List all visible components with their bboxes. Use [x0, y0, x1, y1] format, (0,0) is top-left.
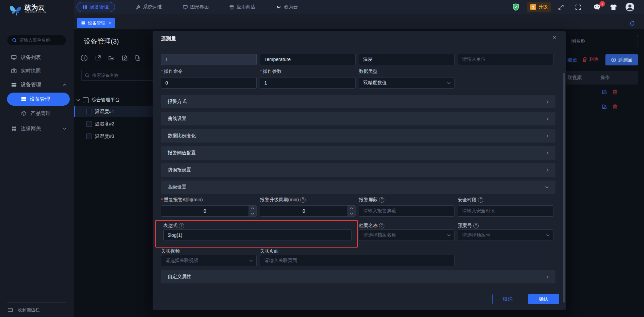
step-up-icon[interactable]	[348, 206, 355, 211]
number-stepper[interactable]	[347, 206, 355, 216]
upgrade-cycle-stepper[interactable]: 0	[260, 205, 356, 217]
section-curve-settings[interactable]: 曲线设置	[161, 112, 555, 125]
checkbox[interactable]	[86, 109, 92, 114]
sidebar-subitem-device-management-active[interactable]: 设备管理	[7, 93, 70, 106]
modal-scrollbar[interactable]	[563, 73, 565, 303]
step-down-icon[interactable]	[249, 211, 256, 217]
nav-item-app-store[interactable]: 应用商店	[229, 0, 255, 14]
upgrade-button[interactable]: 升级	[527, 2, 551, 12]
tab-device-management[interactable]: 设备管理 ×	[77, 18, 115, 28]
expression-field[interactable]: $log(1)	[163, 229, 352, 241]
tree-root-label[interactable]: 综合管理平台	[92, 97, 120, 103]
linked-page-field[interactable]: 请输入关联页面	[260, 255, 454, 266]
sidebar-item-device-list[interactable]: 设备列表	[11, 53, 66, 62]
help-icon[interactable]	[300, 197, 306, 203]
nav-item-ganweiyun[interactable]: 敢为云	[276, 0, 298, 14]
chevron-down-icon	[447, 82, 451, 84]
checkbox[interactable]	[86, 121, 92, 127]
section-label: 报警方式	[168, 99, 186, 105]
frame-capture-icon[interactable]	[575, 4, 581, 10]
section-false-alarm[interactable]: 防误报设置	[161, 163, 555, 177]
alarm-shield-field[interactable]: 请输入报警屏蔽	[359, 205, 454, 217]
sidebar-subitem-product-management[interactable]: 产品管理	[21, 109, 68, 118]
page-title: 设备管理(3)	[84, 37, 119, 46]
help-icon[interactable]	[473, 223, 479, 228]
user-avatar[interactable]	[625, 2, 635, 12]
cmd-field[interactable]: 0	[161, 77, 257, 89]
sidebar-divider	[7, 302, 66, 303]
sidebar-item-label: 设备列表	[21, 54, 66, 61]
name-field[interactable]: 温度	[359, 54, 454, 65]
fullscreen-icon[interactable]	[558, 4, 564, 10]
tree-item-label[interactable]: 温湿度#3	[95, 134, 114, 140]
telemetry-modal: 遥测量 × 1 Temperature 温度 请输入单位 操作命令 操作参数 数…	[153, 31, 566, 310]
row-edit-icon[interactable]	[602, 104, 607, 109]
chevron-down-icon[interactable]	[76, 99, 80, 101]
param-field[interactable]: 1	[260, 77, 356, 89]
tab-close-icon[interactable]: ×	[108, 20, 111, 25]
row-edit-icon[interactable]	[602, 89, 607, 95]
collapse-sidebar-button[interactable]: 收起侧边栏	[8, 306, 66, 314]
section-advanced-settings[interactable]: 高级设置	[161, 180, 555, 194]
modal-close-icon[interactable]: ×	[553, 34, 556, 41]
tree-item-sensor2[interactable]: 温湿度#2	[86, 119, 114, 129]
collapse-label: 收起侧边栏	[18, 307, 40, 313]
row-delete-icon[interactable]	[612, 89, 618, 95]
tree-item-sensor3[interactable]: 温湿度#3	[86, 131, 114, 142]
cancel-button[interactable]: 取消	[492, 294, 523, 304]
identifier-field[interactable]: Temperature	[260, 54, 356, 65]
theme-shirt-icon[interactable]	[610, 4, 617, 10]
tree-item-label[interactable]: 温湿度#1	[95, 109, 114, 115]
edit-button[interactable]: 编辑	[568, 57, 577, 63]
step-down-icon[interactable]	[348, 211, 355, 217]
help-icon[interactable]	[379, 197, 384, 203]
sidebar-item-snapshot[interactable]: 实时快照	[11, 66, 66, 75]
archive-name-select[interactable]: 请选择档案名称	[359, 229, 454, 241]
link-copy-icon[interactable]	[134, 55, 141, 61]
linked-video-select[interactable]: 请选择关联视频	[161, 255, 257, 266]
upgrade-cycle-label: 报警升级周期(min)	[260, 197, 306, 203]
confirm-button[interactable]: 确认	[528, 294, 559, 304]
delete-button[interactable]: 删除	[582, 56, 598, 62]
sidebar-item-edge-gateway[interactable]: 边缘网关	[11, 124, 66, 133]
unit-field[interactable]: 请输入单位	[458, 54, 553, 65]
upload-icon	[530, 4, 536, 10]
search-placeholder: 搜索设备名称	[92, 72, 118, 78]
number-stepper[interactable]	[249, 206, 256, 216]
security-shield-icon[interactable]	[512, 3, 520, 11]
store-icon	[229, 5, 234, 10]
safe-period-field[interactable]: 请输入安全时段	[458, 205, 553, 217]
refresh-icon[interactable]	[629, 20, 635, 27]
section-alarm-threshold[interactable]: 报警阈值配置	[161, 146, 555, 160]
nav-item-device-management[interactable]: 设备管理	[76, 2, 115, 12]
section-alarm-method[interactable]: 报警方式	[161, 95, 555, 108]
section-data-ratio[interactable]: 数据比例变化	[161, 129, 555, 143]
row-delete-icon[interactable]	[612, 104, 618, 109]
help-icon[interactable]	[179, 223, 184, 228]
sidebar-item-device-management[interactable]: 设备管理	[11, 80, 66, 89]
tree-root-row[interactable]: 综合管理平台	[76, 95, 120, 105]
section-custom-properties[interactable]: 自定义属性	[161, 270, 555, 283]
help-icon[interactable]	[379, 223, 384, 228]
dtype-select[interactable]: 双精度数值	[359, 77, 454, 89]
step-up-icon[interactable]	[249, 206, 256, 211]
edit-square-icon[interactable]	[121, 55, 128, 61]
tree-item-label[interactable]: 温湿度#2	[95, 121, 114, 127]
export-icon[interactable]	[95, 55, 101, 61]
nav-item-graphic-ui[interactable]: 图形界面	[183, 0, 209, 14]
device-search-input[interactable]: 搜索设备名称	[81, 70, 161, 81]
plan-number-select[interactable]: 请选择预案号	[458, 229, 553, 241]
sidebar-search-input[interactable]: 请输入菜单名称	[7, 35, 66, 45]
nav-item-system-ops[interactable]: 系统运维	[136, 0, 162, 14]
checkbox[interactable]	[83, 97, 89, 103]
help-icon[interactable]	[478, 197, 483, 203]
tree-selected-indicator	[74, 106, 75, 117]
add-telemetry-button[interactable]: 遥测量	[605, 54, 638, 65]
folder-move-icon[interactable]	[108, 55, 115, 61]
sidebar-item-label: 设备管理	[21, 82, 59, 88]
repeat-alarm-stepper[interactable]: 0	[161, 205, 257, 217]
checkbox[interactable]	[86, 134, 92, 139]
tree-item-sensor1[interactable]: 温湿度#1	[86, 106, 114, 117]
add-device-icon[interactable]	[80, 54, 88, 62]
sidebar-item-label: 实时快照	[21, 68, 66, 74]
